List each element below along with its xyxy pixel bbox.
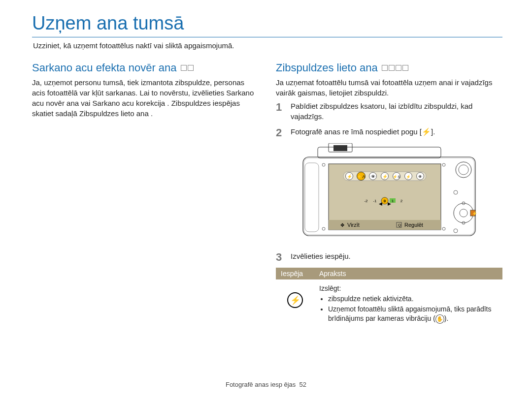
right-intro: Ja uzņemat fotoattēlu tumsā vai fotoattē…	[276, 77, 502, 98]
flash-off-icon: ⚡	[287, 292, 303, 308]
svg-text:▶: ▶	[388, 201, 391, 206]
svg-point-9	[442, 227, 445, 230]
svg-text:◀: ◀	[379, 201, 382, 206]
step-1: 1 Pabīdiet zibspuldzes ksatoru, lai izbī…	[276, 101, 502, 122]
svg-text:Virzīt: Virzīt	[347, 222, 360, 228]
step-2-text: Fotografē anas re īmā nospiediet pogu [⚡…	[291, 126, 502, 138]
page-title: Uzņem ana tumsā	[32, 13, 502, 37]
svg-text:⚡: ⚡	[347, 174, 353, 180]
svg-point-6	[322, 163, 325, 166]
svg-point-10	[456, 162, 471, 178]
svg-point-18	[454, 190, 458, 194]
option-off-bullet-2: Uzņemot fotoattēlu sliktā apgaismojumā, …	[328, 305, 498, 324]
left-heading-text: Sarkano acu efekta novēr ana	[32, 62, 177, 74]
step-2-number: 2	[276, 126, 285, 138]
svg-text:✥: ✥	[340, 222, 344, 228]
camera-illustration: ⚡ ⚡ ⚡A 👁 ⚡ ⚡S	[276, 143, 502, 243]
left-mode-icons	[180, 65, 194, 72]
svg-text:Regulēt: Regulēt	[404, 222, 423, 228]
svg-rect-4	[333, 145, 347, 151]
page-footer: Fotografē anas iesp ējas 52	[0, 381, 532, 388]
svg-text:⚡: ⚡	[472, 211, 478, 216]
svg-text:0: 0	[384, 199, 386, 203]
step-2: 2 Fotografē anas re īmā nospiediet pogu …	[276, 126, 502, 138]
svg-point-7	[322, 227, 325, 230]
footer-section: Fotografē anas iesp ējas	[226, 381, 296, 388]
svg-text:👁: 👁	[371, 174, 375, 179]
options-table: Iespēja Apraksts ⚡ Izslēgt: zibspuldze n…	[276, 268, 502, 328]
option-off-bullet-1: zibspuldze netiek aktivizēta.	[328, 294, 498, 304]
svg-point-8	[442, 163, 445, 166]
option-off-title: Izslēgt:	[319, 284, 341, 292]
svg-text:⚡S: ⚡S	[393, 174, 400, 179]
right-column: Zibspuldzes lieto ana Ja uzņemat fotoatt…	[276, 62, 502, 328]
svg-text:-1: -1	[373, 199, 377, 203]
svg-point-13	[460, 209, 467, 217]
svg-point-19	[454, 229, 458, 233]
left-heading: Sarkano acu efekta novēr ana	[32, 62, 256, 74]
svg-rect-45	[329, 220, 441, 230]
svg-rect-5	[305, 163, 319, 232]
svg-point-11	[459, 165, 468, 175]
svg-text:⚡: ⚡	[382, 174, 388, 180]
right-heading: Zibspuldzes lieto ana	[276, 62, 502, 74]
step-1-text: Pabīdiet zibspuldzes ksatoru, lai izbīdī…	[291, 101, 502, 122]
right-heading-text: Zibspuldzes lieto ana	[276, 62, 378, 74]
step-3: 3 Izvēlieties iespēju.	[276, 251, 502, 263]
step-3-number: 3	[276, 251, 285, 263]
left-column: Sarkano acu efekta novēr ana Ja, uzņemot…	[32, 62, 256, 328]
svg-text:-2: -2	[364, 199, 368, 203]
options-header-iespeja: Iespēja	[276, 268, 314, 279]
step-1-number: 1	[276, 101, 285, 122]
flash-button-icon: ⚡	[422, 127, 431, 136]
content-columns: Sarkano acu efekta novēr ana Ja, uzņemot…	[32, 62, 502, 328]
svg-text:👁: 👁	[418, 175, 422, 179]
svg-text:⚡A: ⚡A	[357, 174, 365, 180]
footer-page-number: 52	[299, 381, 306, 388]
page-subtitle: Uzziniet, kā uzņemt fotoattēlus naktī va…	[33, 40, 502, 51]
vibration-hand-icon: ✋	[435, 314, 444, 324]
left-paragraph: Ja, uzņemot personu tumsā, tiek izmantot…	[32, 77, 256, 119]
svg-text:2: 2	[400, 199, 403, 203]
option-off-description: Izslēgt: zibspuldze netiek aktivizēta. U…	[314, 279, 502, 328]
options-header-apraksts: Apraksts	[314, 268, 502, 279]
step-3-text: Izvēlieties iespēju.	[291, 251, 502, 263]
svg-text:Q: Q	[398, 223, 401, 227]
right-mode-icons	[381, 65, 408, 72]
svg-text:⚡: ⚡	[406, 174, 411, 179]
camera-svg: ⚡ ⚡ ⚡A 👁 ⚡ ⚡S	[298, 143, 480, 242]
svg-text:1: 1	[392, 199, 394, 203]
option-off-icon-cell: ⚡	[276, 279, 314, 328]
